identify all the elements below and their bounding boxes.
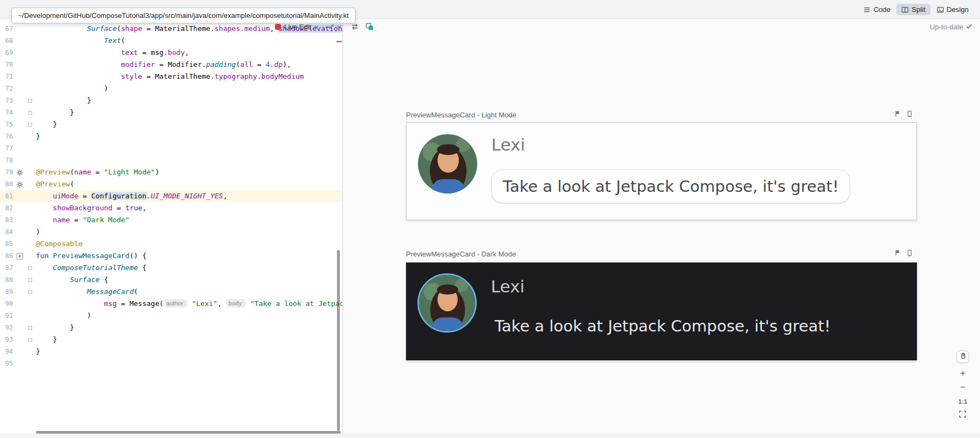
- line-number[interactable]: 92: [0, 322, 13, 334]
- line-number[interactable]: 71: [0, 71, 13, 83]
- view-mode-split-button[interactable]: Split: [896, 4, 930, 15]
- code-text: }: [36, 118, 57, 130]
- code-line[interactable]: 95: [0, 358, 342, 370]
- line-number[interactable]: 83: [0, 214, 13, 226]
- fold-marker-slot[interactable]: [28, 286, 33, 298]
- line-number[interactable]: 77: [0, 142, 13, 154]
- code-line[interactable]: 81 uiMode = Configuration.UI_MODE_NIGHT_…: [0, 190, 342, 202]
- run-preview-icon[interactable]: [906, 249, 913, 259]
- code-line[interactable]: 94}: [0, 346, 342, 358]
- code-line[interactable]: 82 showBackground = true,: [0, 202, 342, 214]
- code-line[interactable]: 68 Text(: [0, 35, 342, 47]
- live-edit-dropdown-button[interactable]: [314, 26, 319, 28]
- view-mode-code-button[interactable]: Code: [858, 4, 895, 15]
- code-token: }: [36, 132, 40, 140]
- code-line[interactable]: 85@Composable: [0, 238, 342, 250]
- code-line[interactable]: 74 }: [0, 107, 342, 118]
- line-number[interactable]: 89: [0, 286, 13, 298]
- line-number[interactable]: 86: [0, 250, 13, 262]
- code-line[interactable]: 79@Preview(name = "Light Mode"): [0, 166, 342, 178]
- line-number[interactable]: 72: [0, 83, 13, 95]
- code-line[interactable]: 78: [0, 154, 342, 166]
- line-number[interactable]: 68: [0, 35, 13, 47]
- file-path-breadcrumb[interactable]: ~/Development/GitHub/ComposeTutorial3/ap…: [11, 8, 355, 23]
- line-number[interactable]: 93: [0, 334, 13, 346]
- line-number[interactable]: 88: [0, 274, 13, 286]
- code-line[interactable]: 93 }: [0, 334, 342, 346]
- fold-marker-slot[interactable]: [28, 274, 33, 286]
- line-number[interactable]: 91: [0, 310, 13, 322]
- code-editor[interactable]: 67 Surface(shape = MaterialTheme.shapes.…: [0, 19, 342, 438]
- gutter-icon-slot: [15, 238, 24, 250]
- code-line[interactable]: 71 style = MaterialTheme.typography.body…: [0, 71, 342, 83]
- line-number[interactable]: 78: [0, 154, 13, 166]
- preview-card-light[interactable]: Lexi Take a look at Jetpack Compose, it'…: [406, 122, 917, 220]
- preview-settings-gutter-button[interactable]: [15, 178, 24, 190]
- line-number[interactable]: 74: [0, 107, 13, 118]
- code-line[interactable]: 87 ComposeTutorialTheme {: [0, 262, 342, 274]
- code-line[interactable]: 86fun PreviewMessageCard() {: [0, 250, 342, 262]
- zoom-in-button[interactable]: +: [957, 367, 969, 379]
- code-line[interactable]: 72 ): [0, 83, 342, 95]
- zoom-actual-button[interactable]: 1:1: [957, 398, 969, 405]
- line-number[interactable]: 94: [0, 346, 13, 358]
- code-line[interactable]: 88 Surface {: [0, 274, 342, 286]
- pan-button[interactable]: [957, 351, 969, 363]
- code-token: [36, 24, 87, 33]
- zoom-fit-button[interactable]: [959, 410, 966, 418]
- line-number[interactable]: 81: [0, 190, 13, 202]
- line-number[interactable]: 69: [0, 47, 13, 59]
- preview-card-dark[interactable]: Lexi Take a look at Jetpack Compose, it'…: [406, 262, 917, 360]
- line-number[interactable]: 67: [0, 23, 13, 35]
- code-line[interactable]: 83 name = "Dark Mode": [0, 214, 342, 226]
- run-preview-icon[interactable]: [906, 110, 913, 120]
- code-line[interactable]: 92 }: [0, 322, 342, 334]
- build-refresh-icon[interactable]: [351, 22, 359, 31]
- code-token: =: [253, 60, 265, 68]
- line-number[interactable]: 95: [0, 358, 13, 370]
- code-line[interactable]: 84): [0, 226, 342, 238]
- editor-vertical-scrollbar[interactable]: [337, 250, 340, 431]
- code-line[interactable]: 80@Preview(: [0, 178, 342, 190]
- android-studio-window: ~/Development/GitHub/ComposeTutorial3/ap…: [0, 0, 980, 438]
- code-line[interactable]: 90 msg = Message(author: "Lexi", body: "…: [0, 298, 342, 310]
- run-preview-gutter-button[interactable]: [15, 250, 24, 262]
- fold-marker-slot[interactable]: [28, 95, 33, 107]
- line-number[interactable]: 87: [0, 262, 13, 274]
- line-number[interactable]: 70: [0, 59, 13, 71]
- fold-marker-slot[interactable]: [28, 262, 33, 274]
- code-line[interactable]: 69 text = msg.body,: [0, 47, 342, 59]
- code-line[interactable]: 91 ): [0, 310, 342, 322]
- code-line[interactable]: 76}: [0, 130, 342, 142]
- line-number[interactable]: 79: [0, 166, 13, 178]
- fold-marker-slot[interactable]: [28, 107, 33, 118]
- interactive-mode-icon[interactable]: [894, 249, 901, 259]
- line-number[interactable]: 75: [0, 118, 13, 130]
- fold-marker-icon: [28, 338, 32, 342]
- line-number[interactable]: 76: [0, 130, 13, 142]
- build-status-dropdown-button[interactable]: [337, 26, 341, 28]
- ui-check-icon[interactable]: [365, 22, 374, 31]
- fold-marker-slot[interactable]: [28, 334, 33, 346]
- zoom-out-button[interactable]: −: [957, 381, 969, 393]
- code-line[interactable]: 77: [0, 142, 342, 154]
- line-number[interactable]: 84: [0, 226, 13, 238]
- line-number[interactable]: 80: [0, 178, 13, 190]
- editor-preview-splitter[interactable]: [342, 19, 343, 438]
- code-token: author:: [164, 299, 188, 308]
- fold-marker-slot[interactable]: [28, 322, 33, 334]
- code-token: [36, 60, 121, 68]
- line-number[interactable]: 73: [0, 95, 13, 107]
- fold-marker-slot[interactable]: [28, 118, 33, 130]
- line-number[interactable]: 82: [0, 202, 13, 214]
- line-number[interactable]: 85: [0, 238, 13, 250]
- preview-settings-gutter-button[interactable]: [15, 166, 24, 178]
- code-line[interactable]: 89 MessageCard(: [0, 286, 342, 298]
- line-number[interactable]: 90: [0, 298, 13, 310]
- code-line[interactable]: 73 }: [0, 95, 342, 107]
- code-line[interactable]: 70 modifier = Modifier.padding(all = 4.d…: [0, 59, 342, 71]
- interactive-mode-icon[interactable]: [894, 110, 901, 120]
- code-token: (: [134, 287, 138, 296]
- view-mode-design-button[interactable]: Design: [932, 4, 973, 15]
- code-line[interactable]: 75 }: [0, 118, 342, 130]
